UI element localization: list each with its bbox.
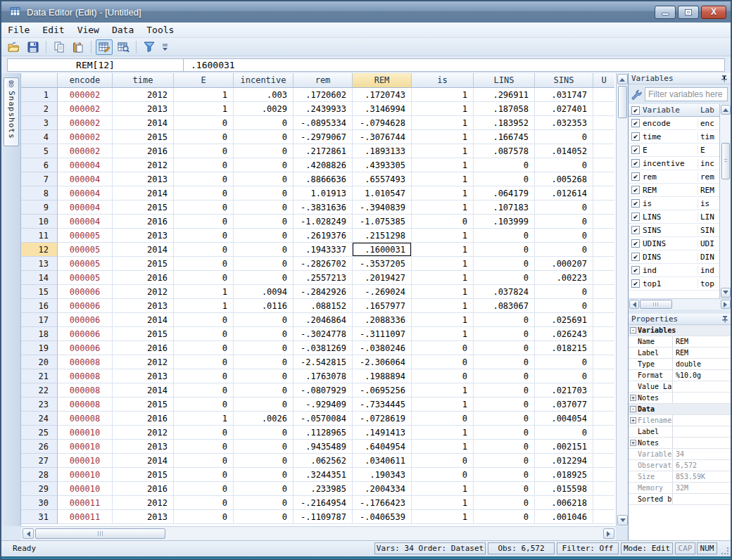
- title-bar[interactable]: Data Editor (Edit) - [Untitled] X: [1, 1, 731, 23]
- cell-SINS-r27[interactable]: .012294: [535, 454, 593, 468]
- cell-LINS-r1[interactable]: .296911: [474, 88, 535, 102]
- row-header-20[interactable]: 20: [21, 355, 58, 369]
- row-header-27[interactable]: 27: [21, 454, 58, 468]
- cell-is-r10[interactable]: 0: [412, 215, 474, 229]
- cell-REM-r7[interactable]: .6557493: [353, 172, 412, 186]
- cell-LINS-r18[interactable]: 0: [474, 327, 535, 341]
- cell-LINS-r21[interactable]: 0: [474, 369, 535, 383]
- cell-LINS-r7[interactable]: 0: [474, 172, 535, 186]
- cell-partial-r17[interactable]: [593, 313, 614, 327]
- cell-partial-r7[interactable]: [593, 172, 614, 186]
- cell-incentive-r20[interactable]: 0: [234, 355, 294, 369]
- cell-encode-r24[interactable]: 000008: [58, 412, 113, 426]
- cell-REM-r24[interactable]: -.0728619: [353, 412, 412, 426]
- cell-SINS-r26[interactable]: .002151: [535, 440, 593, 454]
- cell-partial-r25[interactable]: [593, 426, 614, 440]
- cell-rem-r26[interactable]: .9435489: [294, 440, 353, 454]
- cell-LINS-r24[interactable]: 0: [474, 412, 535, 426]
- cell-time-r27[interactable]: 2014: [113, 454, 174, 468]
- cell-partial-r4[interactable]: [593, 130, 614, 144]
- cell-rem-r22[interactable]: -.0807929: [294, 383, 353, 397]
- cell-rem-r28[interactable]: .3244351: [294, 468, 353, 482]
- cell-SINS-r6[interactable]: 0: [535, 158, 593, 172]
- cell-partial-r10[interactable]: [593, 215, 614, 229]
- cell-SINS-r14[interactable]: .00223: [535, 271, 593, 285]
- cell-SINS-r8[interactable]: .012614: [535, 186, 593, 201]
- cell-REM-r27[interactable]: .0340611: [353, 454, 412, 468]
- cell-REM-r22[interactable]: -.0695256: [353, 383, 412, 397]
- variable-row-UDINS[interactable]: ✔UDINSUDI: [629, 237, 720, 250]
- column-header-REM[interactable]: REM: [353, 73, 412, 88]
- cell-is-r22[interactable]: 1: [412, 383, 474, 397]
- cell-E-r1[interactable]: 1: [174, 88, 234, 102]
- row-header-7[interactable]: 7: [21, 172, 58, 186]
- variable-row-time[interactable]: ✔timetim: [629, 130, 720, 144]
- wrench-icon[interactable]: [631, 89, 642, 100]
- column-header-SINS[interactable]: SINS: [535, 73, 593, 88]
- cell-time-r6[interactable]: 2012: [113, 158, 174, 172]
- cell-time-r14[interactable]: 2016: [113, 271, 174, 285]
- cell-LINS-r28[interactable]: 0: [474, 468, 535, 482]
- column-header-partial[interactable]: U: [593, 73, 614, 88]
- column-header-incentive[interactable]: incentive: [234, 73, 294, 88]
- copy-button[interactable]: [51, 39, 68, 55]
- properties-group-data[interactable]: -Data: [629, 404, 731, 415]
- cell-time-r31[interactable]: 2013: [113, 510, 174, 524]
- variables-horizontal-scrollbar[interactable]: [629, 298, 731, 310]
- cell-LINS-r11[interactable]: 0: [474, 229, 535, 243]
- cell-partial-r5[interactable]: [593, 144, 614, 158]
- filter-button[interactable]: [141, 39, 158, 55]
- property-row-value-lab[interactable]: +Value Lab: [629, 381, 731, 393]
- variable-row-incentive[interactable]: ✔incentiveinc: [629, 157, 720, 170]
- cell-SINS-r20[interactable]: 0: [535, 355, 593, 369]
- cell-time-r12[interactable]: 2014: [113, 243, 174, 257]
- row-header-3[interactable]: 3: [21, 116, 58, 130]
- cell-time-r2[interactable]: 2013: [113, 102, 174, 116]
- property-value[interactable]: REM: [673, 349, 731, 357]
- variable-checkbox[interactable]: ✔: [631, 253, 640, 261]
- cell-SINS-r30[interactable]: .006218: [535, 496, 593, 510]
- cell-time-r15[interactable]: 2012: [113, 285, 174, 299]
- cell-E-r22[interactable]: 0: [174, 383, 234, 397]
- cell-LINS-r20[interactable]: 0: [474, 355, 535, 369]
- cell-LINS-r6[interactable]: 0: [474, 158, 535, 172]
- cell-E-r20[interactable]: 0: [174, 355, 234, 369]
- cell-is-r16[interactable]: 1: [412, 299, 474, 313]
- cell-encode-r8[interactable]: 000004: [58, 186, 113, 201]
- cell-LINS-r14[interactable]: 0: [474, 271, 535, 285]
- row-header-19[interactable]: 19: [21, 341, 58, 355]
- grid-vscroll-thumb[interactable]: [618, 86, 627, 118]
- row-header-14[interactable]: 14: [21, 271, 58, 285]
- cell-SINS-r3[interactable]: .032353: [535, 116, 593, 130]
- cell-E-r13[interactable]: 0: [174, 257, 234, 271]
- cell-time-r25[interactable]: 2012: [113, 426, 174, 440]
- properties-group-variables[interactable]: -Variables: [629, 325, 731, 336]
- cell-encode-r30[interactable]: 000011: [58, 496, 113, 510]
- cell-is-r2[interactable]: 1: [412, 102, 474, 116]
- cell-partial-r15[interactable]: [593, 285, 614, 299]
- variables-vertical-scrollbar[interactable]: [719, 104, 731, 298]
- cell-LINS-r13[interactable]: 0: [474, 257, 535, 271]
- cell-SINS-r5[interactable]: .014052: [535, 144, 593, 158]
- cell-encode-r29[interactable]: 000010: [58, 482, 113, 496]
- cell-rem-r23[interactable]: -.929409: [294, 397, 353, 412]
- cell-time-r7[interactable]: 2013: [113, 172, 174, 186]
- browse-mode-button[interactable]: [115, 39, 132, 55]
- cell-rem-r8[interactable]: 1.01913: [294, 186, 353, 201]
- cell-REM-r14[interactable]: .2019427: [353, 271, 412, 285]
- property-row-memory[interactable]: +Memory32M: [629, 483, 731, 494]
- cell-is-r28[interactable]: 0: [412, 468, 474, 482]
- close-button[interactable]: X: [701, 6, 726, 19]
- cell-LINS-r25[interactable]: 0: [474, 426, 535, 440]
- cell-rem-r30[interactable]: -.2164954: [294, 496, 353, 510]
- cell-partial-r27[interactable]: [593, 454, 614, 468]
- cell-E-r18[interactable]: 0: [174, 327, 234, 341]
- scroll-right-button[interactable]: [603, 528, 614, 539]
- row-header-31[interactable]: 31: [21, 510, 58, 524]
- variable-column-header[interactable]: Variable: [643, 106, 698, 115]
- cell-E-r6[interactable]: 0: [174, 158, 234, 172]
- property-row-size[interactable]: +Size853.59K: [629, 471, 731, 483]
- cell-incentive-r22[interactable]: 0: [234, 383, 294, 397]
- cell-is-r29[interactable]: 1: [412, 482, 474, 496]
- cell-incentive-r13[interactable]: 0: [234, 257, 294, 271]
